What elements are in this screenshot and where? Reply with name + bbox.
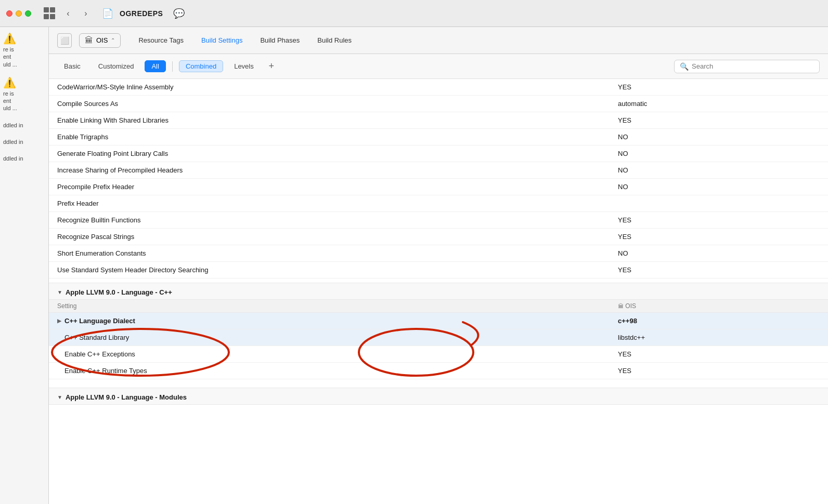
tab-resource-tags[interactable]: Resource Tags [130, 34, 191, 46]
sidebar: ⚠️ re isentuld ... ⚠️ re isentuld ... dd… [0, 27, 49, 504]
setting-value: NO [610, 247, 828, 259]
section-modules-header: ▼ Apple LLVM 9.0 - Language - Modules [49, 388, 828, 405]
maximize-button[interactable] [25, 10, 31, 17]
forward-button[interactable]: › [80, 8, 92, 19]
cpp-setting-name: C++ Standard Library [49, 331, 610, 343]
tab-build-settings[interactable]: Build Settings [193, 34, 251, 46]
section-cpp-title: Apple LLVM 9.0 - Language - C++ [66, 288, 172, 296]
settings-row: Precompile Prefix Header NO [49, 179, 828, 195]
cpp-settings-row: C++ Standard Library libstdc++ [49, 329, 828, 346]
section-modules-title: Apple LLVM 9.0 - Language - Modules [66, 393, 187, 401]
sidebar-item-4: ddled in [3, 137, 45, 145]
title-bar: ‹ › 📄 OGREDEPS 💬 [0, 0, 828, 27]
cpp-setting-name: ▶C++ Language Dialect [49, 315, 610, 327]
setting-name: Compile Sources As [49, 98, 610, 110]
tab-build-phases[interactable]: Build Phases [252, 34, 308, 46]
setting-value: NO [610, 131, 828, 143]
settings-row: Recognize Pascal Strings YES [49, 229, 828, 245]
cpp-rows-group: ▶C++ Language Dialect c++98 C++ Standard… [49, 313, 828, 379]
setting-name: Enable Trigraphs [49, 131, 610, 143]
cpp-settings-row: Enable C++ Exceptions YES [49, 346, 828, 363]
sidebar-text-5: ddled in [3, 155, 45, 162]
main-wrapper: ⚠️ re isentuld ... ⚠️ re isentuld ... dd… [0, 27, 828, 504]
sidebar-toggle-button[interactable]: ⬜ [57, 33, 72, 48]
setting-value: NO [610, 164, 828, 176]
setting-name: Short Enumeration Constants [49, 247, 610, 259]
setting-name: Generate Floating Point Library Calls [49, 148, 610, 160]
ois-col-label: OIS [625, 302, 636, 310]
settings-row: Compile Sources As automatic [49, 96, 828, 112]
sidebar-item-2: ⚠️ re isentuld ... [3, 76, 45, 112]
setting-name: Increase Sharing of Precompiled Headers [49, 164, 610, 176]
settings-row: Prefix Header [49, 195, 828, 212]
setting-name: Recognize Builtin Functions [49, 214, 610, 226]
ois-chevron-icon: ⌃ [111, 37, 115, 43]
settings-row: Recognize Builtin Functions YES [49, 212, 828, 229]
top-rows-group: CodeWarrior/MS-Style Inline Assembly YES… [49, 79, 828, 278]
setting-name: Precompile Prefix Header [49, 181, 610, 193]
ois-selector[interactable]: 🏛 OIS ⌃ [79, 33, 121, 48]
ois-col-icon: 🏛 [618, 303, 624, 309]
filter-add-button[interactable]: + [265, 60, 278, 73]
sidebar-text-3: ddled in [3, 122, 45, 129]
settings-area[interactable]: CodeWarrior/MS-Style Inline Assembly YES… [49, 79, 828, 504]
cpp-setting-value: c++98 [610, 315, 828, 327]
setting-name: CodeWarrior/MS-Style Inline Assembly [49, 81, 610, 93]
setting-name: Recognize Pascal Strings [49, 231, 610, 243]
sidebar-item-5: ddled in [3, 154, 45, 162]
settings-row: Short Enumeration Constants NO [49, 245, 828, 262]
cpp-setting-value: YES [610, 365, 828, 377]
sidebar-item-3: ddled in [3, 121, 45, 129]
section-triangle-modules[interactable]: ▼ [57, 394, 62, 400]
settings-row: CodeWarrior/MS-Style Inline Assembly YES [49, 79, 828, 96]
project-title: OGREDEPS [120, 9, 163, 18]
setting-value: YES [610, 114, 828, 126]
setting-column-header: Setting [49, 301, 610, 311]
grid-view-icon[interactable] [44, 7, 56, 20]
search-icon: 🔍 [680, 62, 689, 71]
ois-column-header: 🏛 OIS [610, 301, 828, 311]
setting-name: Enable Linking With Shared Libraries [49, 114, 610, 126]
settings-row: Enable Trigraphs NO [49, 129, 828, 145]
filter-bar: Basic Customized All Combined Levels + 🔍 [49, 54, 828, 79]
warning-icon-1: ⚠️ [3, 33, 16, 44]
setting-name: Prefix Header [49, 197, 610, 209]
sidebar-text-4: ddled in [3, 138, 45, 145]
content-area: ⬜ 🏛 OIS ⌃ Resource Tags Build Settings B… [49, 27, 828, 504]
traffic-lights [6, 10, 31, 17]
settings-row: Enable Linking With Shared Libraries YES [49, 112, 828, 129]
expand-icon[interactable]: ▶ [57, 318, 61, 324]
cpp-setting-value: libstdc++ [610, 331, 828, 343]
cpp-setting-name: Enable C++ Runtime Types [49, 365, 610, 377]
filter-all[interactable]: All [145, 60, 165, 72]
cpp-setting-name: Enable C++ Exceptions [49, 348, 610, 360]
settings-row: Increase Sharing of Precompiled Headers … [49, 162, 828, 179]
cpp-setting-value: YES [610, 348, 828, 360]
filter-combined[interactable]: Combined [179, 60, 223, 72]
issues-icon[interactable]: 💬 [173, 8, 185, 19]
search-box[interactable]: 🔍 [674, 60, 820, 73]
tab-build-rules[interactable]: Build Rules [309, 34, 360, 46]
warning-icon-2: ⚠️ [3, 77, 16, 88]
top-nav: ⬜ 🏛 OIS ⌃ Resource Tags Build Settings B… [49, 27, 828, 54]
section-triangle-cpp[interactable]: ▼ [57, 289, 62, 295]
setting-value: NO [610, 181, 828, 193]
project-icon: 📄 [102, 8, 113, 19]
setting-name: Use Standard System Header Directory Sea… [49, 264, 610, 276]
setting-value [610, 202, 828, 206]
filter-basic[interactable]: Basic [57, 60, 87, 72]
filter-divider [172, 61, 173, 72]
back-button[interactable]: ‹ [62, 8, 74, 19]
search-input[interactable] [692, 62, 814, 70]
sub-header-row: Setting 🏛 OIS [49, 300, 828, 313]
filter-levels[interactable]: Levels [227, 60, 261, 72]
section-cpp-header: ▼ Apple LLVM 9.0 - Language - C++ [49, 283, 828, 300]
setting-value: YES [610, 214, 828, 226]
filter-customized[interactable]: Customized [92, 60, 141, 72]
minimize-button[interactable] [16, 10, 22, 17]
setting-value: YES [610, 264, 828, 276]
cpp-settings-row: Enable C++ Runtime Types YES [49, 363, 828, 379]
cpp-settings-row: ▶C++ Language Dialect c++98 [49, 313, 828, 329]
close-button[interactable] [6, 10, 12, 17]
setting-value: YES [610, 231, 828, 243]
